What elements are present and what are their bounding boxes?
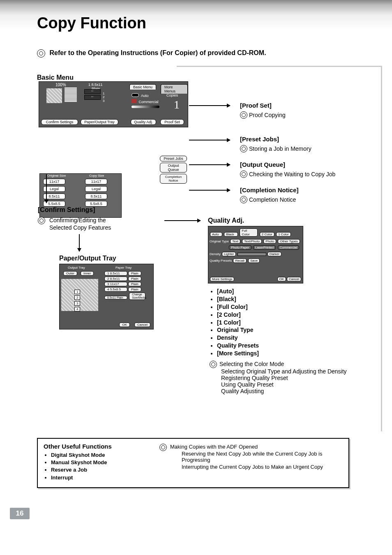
pot-inner[interactable]: Inner [81, 271, 94, 276]
qd-2: Registering Quality Preset [221, 375, 347, 381]
btn-proof-set[interactable]: Proof Set [160, 119, 184, 125]
pot-r4t: Plain [128, 287, 141, 292]
size-legal-r[interactable]: Legal [85, 186, 107, 192]
paper-output-heading: Paper/Output Tray [59, 255, 116, 262]
more-menus-stack: Preset Jobs Output Queue Completion Noti… [159, 155, 187, 184]
btn-completion-notice[interactable]: Completion Notice [160, 174, 187, 184]
commercial-label: Commercial [139, 100, 159, 104]
btn-preset-jobs[interactable]: Preset Jobs [160, 156, 187, 161]
pot-r1t: Plain [128, 271, 141, 276]
size-11x17-r[interactable]: 11x17 [85, 179, 107, 184]
other-useful-box: Other Useful Functions Digital Skyshot M… [37, 438, 349, 488]
btn-paper-output[interactable]: Paper/Output Tray [81, 119, 118, 125]
cd-icon [240, 111, 247, 119]
qa-auto[interactable]: Auto [210, 232, 222, 237]
qb-1: [Black] [217, 295, 259, 303]
preset-desc: Storing a Job in Memory [249, 145, 311, 152]
page-number: 16 [10, 508, 30, 519]
proof-desc: Proof Copying [249, 112, 286, 118]
pot-cancel[interactable]: Cancel [134, 322, 150, 327]
callout-output: [Output Queue] Checking the Waiting to C… [240, 161, 335, 178]
oi-3: Interrupt [51, 474, 343, 481]
qa-2c[interactable]: 2 Color [260, 232, 274, 237]
qa-save[interactable]: Save [248, 258, 260, 263]
pot-r2[interactable]: 2 8.5x11 [104, 276, 127, 281]
size-55x85-r[interactable]: 5.5x8.5 [85, 201, 107, 207]
pot-r5[interactable]: 8.5x11 Plain [104, 296, 127, 299]
qa-full[interactable]: Full Color [240, 228, 258, 237]
qb-0: [Auto] [217, 288, 259, 295]
pot-change[interactable]: Change Size/Media [129, 292, 145, 300]
qa-darker[interactable]: Darker [267, 252, 281, 256]
btn-output-queue[interactable]: Output Queue [160, 163, 187, 173]
btn-quality-adj[interactable]: Quality Adj. [131, 119, 156, 125]
qa-textphoto[interactable]: Text/Photo [242, 239, 262, 244]
size-col-right: 11x17 Legal 8.5x11 5.5x8.5 [84, 178, 108, 207]
callout-preset: [Preset Jobs] Storing a Job in Memory [240, 136, 311, 152]
qa-ok[interactable]: OK [277, 277, 286, 281]
qa-1c[interactable]: 1 Color [276, 232, 291, 237]
confirm-settings-block: [Confirm Settings] Confirming/Editing th… [38, 206, 111, 231]
arrow-quality [164, 220, 201, 221]
pot-outer[interactable]: Outer [63, 271, 77, 276]
pot-r1[interactable]: 1 8.5x11 [104, 271, 127, 276]
quality-desc-block: Selecting the Color Mode Selecting Origi… [210, 361, 347, 394]
qa-photo[interactable]: Photo [263, 239, 276, 244]
arrow-proof [189, 105, 230, 106]
quality-adj-ui: Auto Black Full Color 2 Color 1 Color Or… [208, 226, 303, 283]
arrow-completion [189, 190, 230, 191]
tab-basic-menu[interactable]: Basic Menu [129, 84, 156, 90]
pot-paper-tray: Paper Tray [115, 266, 131, 269]
qa-slider[interactable] [238, 253, 266, 256]
pot-r3[interactable]: 3 11x17 [104, 282, 127, 286]
pot-ok[interactable]: OK [119, 322, 130, 327]
size-85x11-r[interactable]: 8.5x11 [85, 193, 107, 199]
qa-laser[interactable]: LaserPrinted [253, 245, 276, 250]
or-1: Reserving the Next Copy Job while the Cu… [182, 451, 343, 463]
arrow-paper [79, 234, 80, 251]
refer-text: Refer to the Operating Instructions (For… [49, 49, 266, 56]
qa-qp-label: Quality Presets [210, 259, 232, 263]
qd-1: Selecting Original Type and Adjusting th… [221, 368, 347, 375]
arrow-confirm [46, 174, 47, 203]
arrow-output [189, 164, 230, 165]
paper-output-ui: Output Tray Paper Tray Outer Inner 1 2 3… [59, 264, 154, 329]
qb-6: Density [217, 334, 259, 342]
refer-line: Refer to the Operating Instructions (For… [37, 49, 266, 58]
qa-black[interactable]: Black [224, 232, 238, 237]
qa-lighter[interactable]: Lighter [222, 252, 236, 256]
quality-bullets: [Auto] [Black] [Full Color] [2 Color] [1… [217, 288, 259, 357]
density-slider[interactable] [131, 106, 159, 108]
qb-3: [2 Color] [217, 311, 259, 319]
qa-recall[interactable]: Recall [233, 258, 246, 263]
qb-8: [More Settings] [217, 350, 259, 357]
cd-icon [240, 145, 247, 152]
output-desc: Checking the Waiting to Copy Job [249, 171, 335, 177]
btn-confirm-settings[interactable]: Confirm Settings [41, 119, 78, 125]
quality-heading: Quality Adj. [208, 217, 244, 224]
tray2-icon: 2 [74, 295, 80, 300]
qa-comm[interactable]: Commercial [278, 245, 300, 250]
basic-menu-ui: 100% 1 8.5x11 Plain ← ← 123 Basic Menu M… [39, 81, 188, 127]
completion-desc: Completion Notice [249, 196, 296, 203]
pot-r4[interactable]: 4 5.5x8.5 [104, 287, 127, 292]
or-0: Making Copies with the ADF Opened [170, 444, 258, 450]
qa-text[interactable]: Text [230, 239, 240, 244]
paper-label: 1 8.5x11 [88, 83, 103, 87]
qa-photopaper[interactable]: Photo Paper [229, 245, 251, 250]
qd-0: Selecting the Color Mode [219, 361, 284, 367]
completion-heading: [Completion Notice] [240, 187, 299, 193]
arrow-preset [189, 140, 230, 140]
qb-2: [Full Color] [217, 303, 259, 311]
qa-more[interactable]: More Settings [210, 277, 234, 281]
tab-more-menus[interactable]: More Menus [161, 84, 188, 94]
lines-icon [65, 88, 77, 102]
qa-other[interactable]: Other Types [278, 239, 300, 244]
zoom-label: 100% [55, 83, 66, 87]
cd-icon [240, 196, 247, 203]
copies-value: 1 [174, 98, 180, 111]
cd-icon [159, 444, 167, 451]
qa-cancel[interactable]: Cancel [287, 277, 301, 281]
qa-origtype-label: Original Type [210, 240, 229, 243]
cd-icon [240, 170, 247, 178]
